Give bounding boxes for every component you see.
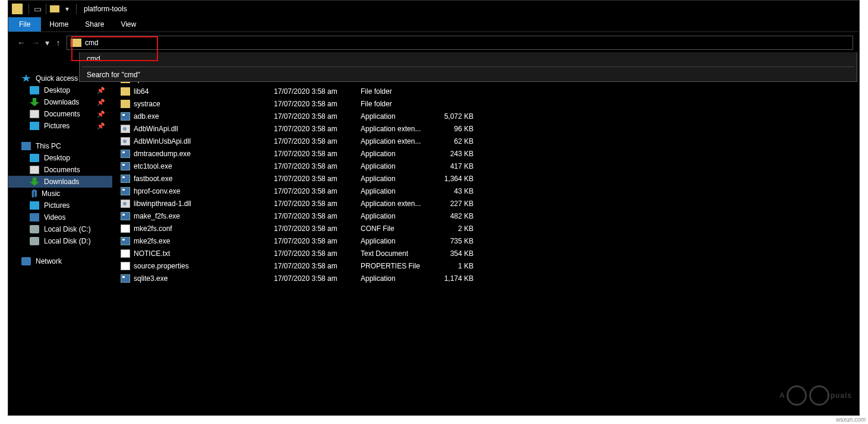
nav-row: ← → ▾ ↑ <box>8 32 859 53</box>
file-size: 1 KB <box>437 262 474 270</box>
file-size: 2 KB <box>437 224 474 233</box>
file-row[interactable]: fastboot.exe17/07/2020 3:58 amApplicatio… <box>112 172 859 185</box>
file-icon <box>121 137 130 145</box>
file-size: 735 KB <box>437 237 474 245</box>
sidebar-item-localdisk-c[interactable]: Local Disk (C:) <box>8 223 112 235</box>
file-date: 17/07/2020 3:58 am <box>274 200 361 208</box>
pictures-icon <box>30 201 39 210</box>
tab-home[interactable]: Home <box>41 17 77 31</box>
file-name: libwinpthread-1.dll <box>134 200 191 208</box>
file-icon <box>121 87 130 96</box>
file-icon <box>121 274 130 283</box>
file-row[interactable]: lib6417/07/2020 3:58 amFile folder <box>112 85 859 97</box>
suggestion-separator <box>82 67 854 67</box>
file-date: 17/07/2020 3:58 am <box>274 175 361 183</box>
file-name: AdbWinUsbApi.dll <box>134 137 191 145</box>
file-size: 417 KB <box>437 162 474 170</box>
sidebar-item-label: Pictures <box>44 122 70 130</box>
downloads-icon <box>30 98 39 106</box>
recent-locations-button[interactable]: ▾ <box>43 36 51 50</box>
sidebar-item-desktop[interactable]: Desktop <box>8 152 112 164</box>
tab-view[interactable]: View <box>112 17 144 31</box>
disk-icon <box>30 225 39 233</box>
file-date: 17/07/2020 3:58 am <box>274 262 361 270</box>
file-row[interactable]: hprof-conv.exe17/07/2020 3:58 amApplicat… <box>112 185 859 197</box>
file-icon <box>121 150 130 158</box>
sidebar-item-label: Downloads <box>44 98 79 106</box>
suggestion-item[interactable]: cmd <box>80 52 857 65</box>
file-size: 1,364 KB <box>437 175 474 183</box>
file-type: File folder <box>361 100 437 108</box>
tab-file[interactable]: File <box>8 17 41 31</box>
sidebar-item-downloads[interactable]: Downloads <box>8 176 112 188</box>
file-row[interactable]: adb.exe17/07/2020 3:58 amApplication5,07… <box>112 110 859 122</box>
file-row[interactable]: mke2fs.exe17/07/2020 3:58 amApplication7… <box>112 235 859 247</box>
sidebar-item-pictures[interactable]: Pictures 📌 <box>8 120 112 132</box>
address-input[interactable] <box>85 39 853 47</box>
file-list[interactable]: api17/07/2020 3:58 amFile folderlib6417/… <box>112 53 859 415</box>
file-type: Application <box>361 162 437 170</box>
sidebar-item-documents[interactable]: Documents <box>8 164 112 176</box>
file-row[interactable]: NOTICE.txt17/07/2020 3:58 amText Documen… <box>112 247 859 260</box>
file-size: 227 KB <box>437 200 474 208</box>
file-icon <box>121 175 130 183</box>
file-size: 354 KB <box>437 249 474 258</box>
qat-properties-icon[interactable]: ▭ <box>33 2 42 16</box>
sidebar-item-localdisk-d[interactable]: Local Disk (D:) <box>8 235 112 247</box>
file-icon <box>121 187 130 195</box>
file-date: 17/07/2020 3:58 am <box>274 274 361 283</box>
file-type: Application exten... <box>361 137 437 145</box>
file-type: Application <box>361 237 437 245</box>
file-row[interactable]: etc1tool.exe17/07/2020 3:58 amApplicatio… <box>112 160 859 172</box>
file-row[interactable]: sqlite3.exe17/07/2020 3:58 amApplication… <box>112 272 859 284</box>
sidebar-item-videos[interactable]: Videos <box>8 211 112 223</box>
file-row[interactable]: AdbWinApi.dll17/07/2020 3:58 amApplicati… <box>112 122 859 135</box>
back-button[interactable]: ← <box>14 36 29 50</box>
file-icon <box>121 100 130 108</box>
sidebar-this-pc[interactable]: This PC <box>8 140 112 152</box>
file-type: CONF File <box>361 224 437 233</box>
desktop-icon <box>30 154 39 162</box>
file-name: make_f2fs.exe <box>134 212 180 220</box>
file-row[interactable]: systrace17/07/2020 3:58 amFile folder <box>112 97 859 110</box>
sidebar-item-label: Videos <box>44 213 65 222</box>
file-type: File folder <box>361 87 437 96</box>
up-button[interactable]: ↑ <box>51 36 65 50</box>
sidebar-item-pictures[interactable]: Pictures <box>8 200 112 211</box>
documents-icon <box>30 110 39 118</box>
file-date: 17/07/2020 3:58 am <box>274 187 361 195</box>
file-row[interactable]: source.properties17/07/2020 3:58 amPROPE… <box>112 260 859 272</box>
pin-icon: 📌 <box>97 99 105 106</box>
desktop-icon <box>30 86 39 94</box>
file-type: Application <box>361 175 437 183</box>
file-type: Text Document <box>361 249 437 258</box>
suggestion-item[interactable]: Search for "cmd" <box>80 68 857 81</box>
address-bar[interactable] <box>67 36 853 50</box>
documents-icon <box>30 166 39 174</box>
file-row[interactable]: make_f2fs.exe17/07/2020 3:58 amApplicati… <box>112 210 859 222</box>
sidebar-item-music[interactable]: Music <box>8 188 112 200</box>
sidebar-item-downloads[interactable]: Downloads 📌 <box>8 96 112 108</box>
forward-button[interactable]: → <box>29 36 43 50</box>
file-icon <box>121 162 130 170</box>
sidebar-item-label: Documents <box>44 166 80 174</box>
pin-icon: 📌 <box>97 110 105 118</box>
file-type: Application <box>361 187 437 195</box>
pc-icon <box>21 142 31 150</box>
sidebar-network[interactable]: Network <box>8 255 112 267</box>
file-size: 62 KB <box>437 137 474 145</box>
file-row[interactable]: AdbWinUsbApi.dll17/07/2020 3:58 amApplic… <box>112 135 859 147</box>
file-row[interactable]: dmtracedump.exe17/07/2020 3:58 amApplica… <box>112 147 859 160</box>
music-icon <box>30 189 37 198</box>
tab-share[interactable]: Share <box>77 17 112 31</box>
sidebar-item-desktop[interactable]: Desktop 📌 <box>8 84 112 96</box>
file-name: adb.exe <box>134 112 159 121</box>
videos-icon <box>30 213 39 222</box>
chevron-down-icon[interactable]: ▾ <box>65 5 69 13</box>
file-row[interactable]: mke2fs.conf17/07/2020 3:58 amCONF File2 … <box>112 222 859 235</box>
sidebar-item-documents[interactable]: Documents 📌 <box>8 108 112 120</box>
file-icon <box>121 125 130 133</box>
file-size: 96 KB <box>437 125 474 133</box>
file-date: 17/07/2020 3:58 am <box>274 100 361 108</box>
file-row[interactable]: libwinpthread-1.dll17/07/2020 3:58 amApp… <box>112 197 859 210</box>
